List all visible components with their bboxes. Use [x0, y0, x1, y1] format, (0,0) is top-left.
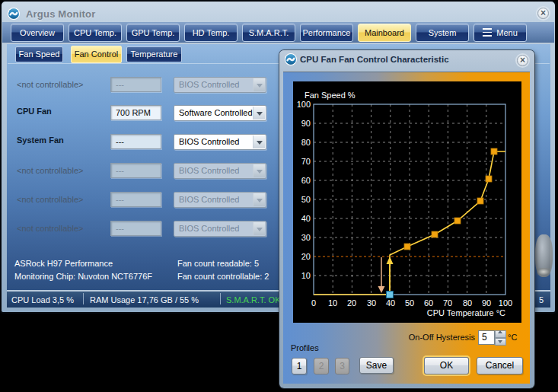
svg-text:Fan Speed %: Fan Speed % [305, 91, 356, 100]
svg-text:70: 70 [301, 157, 311, 166]
svg-text:10: 10 [328, 298, 337, 308]
svg-text:0: 0 [311, 298, 316, 308]
svg-text:80: 80 [301, 138, 311, 147]
svg-text:60: 60 [424, 298, 433, 308]
svg-text:CPU Temperature °C: CPU Temperature °C [427, 308, 505, 317]
svg-text:80: 80 [463, 298, 472, 308]
svg-text:60: 60 [301, 176, 311, 185]
svg-text:90: 90 [482, 298, 491, 308]
svg-text:40: 40 [301, 214, 311, 223]
svg-text:30: 30 [367, 298, 376, 308]
svg-text:30: 30 [301, 233, 311, 242]
svg-text:100: 100 [297, 100, 311, 109]
svg-text:70: 70 [443, 298, 452, 308]
svg-text:100: 100 [499, 298, 512, 308]
svg-text:10: 10 [301, 271, 311, 280]
svg-text:50: 50 [301, 195, 311, 204]
svg-text:20: 20 [347, 298, 356, 308]
svg-text:40: 40 [386, 298, 395, 308]
svg-text:90: 90 [301, 119, 311, 128]
svg-text:50: 50 [405, 298, 414, 308]
svg-text:20: 20 [301, 252, 311, 261]
